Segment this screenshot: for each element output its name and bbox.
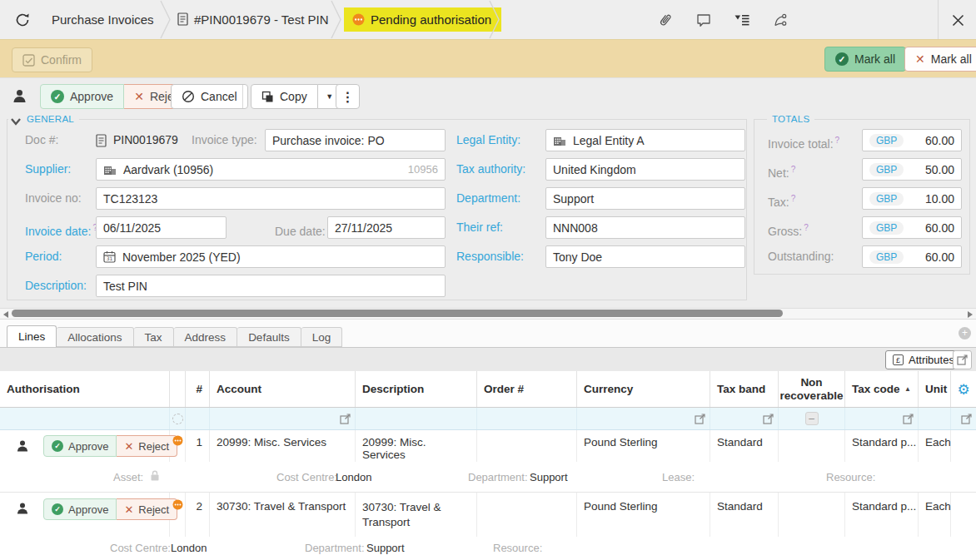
tab-log[interactable]: Log [301,327,343,347]
unit-cell[interactable]: Each [919,430,951,462]
description-label[interactable]: Description: [25,275,87,297]
share-icon[interactable] [768,7,793,32]
close-icon[interactable] [945,7,970,32]
column-header-line-number[interactable]: # [186,371,210,407]
filter-extra[interactable] [951,408,976,429]
cancel-button[interactable]: Cancel [171,84,248,109]
column-header-currency[interactable]: Currency [577,371,710,407]
scroll-right-arrow[interactable] [968,311,973,318]
scrollbar-thumb[interactable] [12,310,783,317]
reject-line-button[interactable]: ✕ Reject [117,435,177,457]
tab-address[interactable]: Address [174,327,238,347]
period-label[interactable]: Period: [25,245,62,268]
currency-cell[interactable]: Pound Sterling [577,430,710,462]
gear-icon[interactable]: ⚙ [957,381,969,398]
legal-entity-label[interactable]: Legal Entity: [456,129,520,151]
attachments-icon[interactable] [652,7,677,32]
lookup-icon[interactable] [763,414,774,424]
filter-authorisation[interactable] [0,408,170,429]
filter-tax-band[interactable] [710,408,779,429]
column-header-account[interactable]: Account [210,371,356,407]
tab-allocations[interactable]: Allocations [57,327,133,347]
period-field[interactable]: 31 November 2025 (YED) [96,245,446,268]
mark-all-reject-button[interactable]: ✕ Mark all [904,47,976,72]
attributes-button[interactable]: £ Attributes [885,350,962,369]
open-in-window-button[interactable] [953,350,972,369]
currency-cell[interactable]: Pound Sterling [577,493,710,537]
department-field[interactable]: Support [545,187,745,210]
tab-defaults[interactable]: Defaults [237,327,301,347]
breadcrumb-purchase-invoices[interactable]: Purchase Invoices [52,0,154,39]
invoice-date-label[interactable]: Invoice date:? [25,216,97,239]
their-ref-field[interactable]: NNN008 [545,216,745,239]
description-cell[interactable]: 30730: Travel & Transport [356,493,477,537]
approve-button[interactable]: ✓ Approve [40,84,124,109]
tax-code-cell[interactable]: Standard p... [845,493,919,537]
filter-order[interactable] [477,408,577,429]
more-options-button[interactable]: ⋮ [336,84,360,109]
column-header-description[interactable]: Description [356,371,477,407]
breadcrumb-document-tab[interactable]: #PIN0019679 - Test PIN [194,0,328,39]
description-cell[interactable]: 20999: Misc. Services [356,430,477,462]
filter-currency[interactable] [577,408,710,429]
filter-unit[interactable] [919,408,951,429]
filter-line-number[interactable] [186,408,210,429]
order-cell[interactable] [477,430,577,462]
non-recoverable-cell[interactable] [779,493,845,537]
tax-band-cell[interactable]: Standard [710,493,779,537]
column-header-order[interactable]: Order # [477,371,577,407]
unit-cell[interactable]: Each [919,493,951,537]
refresh-icon[interactable] [10,7,35,32]
invoice-date-field[interactable]: 06/11/2025 [96,216,227,239]
tab-lines[interactable]: Lines [7,325,57,347]
supplier-field[interactable]: Aardvark (10956) 10956 [96,158,446,181]
account-cell[interactable]: 30730: Travel & Transport [210,493,356,537]
comments-icon[interactable] [691,7,716,32]
column-header-non-recoverable[interactable]: Nonrecoverable [779,371,845,407]
lookup-icon[interactable] [695,414,705,424]
column-header-unit[interactable]: Unit [919,371,951,407]
due-date-field[interactable]: 27/11/2025 [327,216,446,239]
non-recoverable-cell[interactable] [779,430,845,462]
lookup-icon[interactable] [961,414,972,424]
tax-authority-field[interactable]: United Kingdom [545,158,745,181]
approve-line-button[interactable]: ✓ Approve [43,435,117,457]
scroll-left-arrow[interactable] [3,311,8,318]
supplier-label[interactable]: Supplier: [25,158,71,181]
approve-line-button[interactable]: ✓ Approve [43,498,117,520]
tax-band-cell[interactable]: Standard [710,430,779,462]
line-number-cell: 1 [186,430,210,462]
filter-account[interactable] [210,408,356,429]
responsible-field[interactable]: Tony Doe [545,245,745,268]
tax-authority-label[interactable]: Tax authority: [456,158,525,181]
department-label[interactable]: Department: [456,187,520,210]
filter-non-recoverable[interactable]: – [779,408,845,429]
legal-entity-field[interactable]: Legal Entity A [545,129,745,151]
lookup-icon[interactable] [903,414,914,424]
column-header-authorisation[interactable]: Authorisation [0,371,170,407]
description-field[interactable]: Test PIN [96,275,446,297]
column-header-tax-band[interactable]: Tax band [710,371,779,407]
their-ref-label[interactable]: Their ref: [456,216,503,239]
invoice-type-field[interactable]: Purchase invoice: PO [265,129,446,151]
order-cell[interactable] [477,493,577,537]
invoice-no-field[interactable]: TC123123 [96,187,446,210]
confirm-button[interactable]: Confirm [12,47,92,72]
filter-description[interactable] [356,408,477,429]
check-circle-icon: ✓ [835,52,849,66]
account-cell[interactable]: 20999: Misc. Services [210,430,356,462]
indeterminate-checkbox-icon[interactable]: – [805,412,819,425]
reject-line-button[interactable]: ✕ Reject [117,498,177,520]
column-header-tax-code[interactable]: Tax code▲ [845,371,919,407]
tab-tax[interactable]: Tax [134,327,174,347]
column-header-status[interactable] [170,371,186,407]
filter-icon[interactable] [730,7,754,32]
filter-tax-code[interactable] [845,408,919,429]
filter-status[interactable] [170,408,186,429]
lookup-icon[interactable] [340,414,351,424]
add-icon[interactable]: + [959,327,971,339]
copy-button[interactable]: Copy [251,84,318,109]
responsible-label[interactable]: Responsible: [456,245,524,268]
mark-all-approve-button[interactable]: ✓ Mark all [824,47,906,72]
tax-code-cell[interactable]: Standard p... [845,430,919,462]
